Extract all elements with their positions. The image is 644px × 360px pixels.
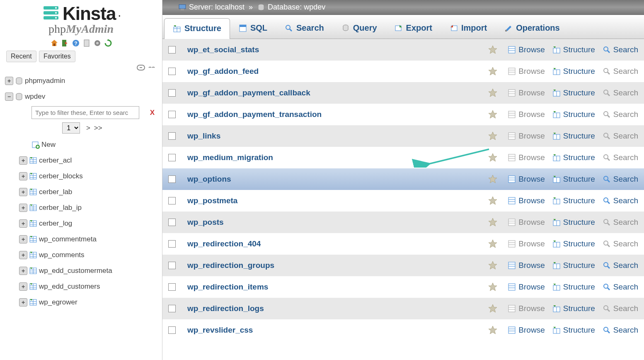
tree-table-item[interactable]: + cerber_acl	[3, 153, 162, 168]
tab-export[interactable]: Export	[386, 18, 441, 39]
favorite-star-icon[interactable]	[488, 304, 498, 314]
settings-icon[interactable]	[93, 39, 102, 47]
exit-icon[interactable]	[61, 39, 69, 47]
tab-operations[interactable]: Operations	[496, 18, 569, 39]
search-action[interactable]: Search	[603, 304, 638, 313]
tab-sql[interactable]: SQL	[230, 18, 276, 39]
search-action[interactable]: Search	[603, 261, 638, 270]
structure-action[interactable]: Structure	[552, 326, 595, 335]
search-action[interactable]: Search	[603, 239, 638, 248]
search-action[interactable]: Search	[603, 196, 638, 205]
expand-icon[interactable]: +	[19, 251, 27, 259]
expand-icon[interactable]: +	[19, 219, 27, 228]
favorite-star-icon[interactable]	[488, 239, 498, 249]
search-action[interactable]: Search	[603, 175, 638, 184]
tree-table-item[interactable]: + wp_commentmeta	[3, 231, 162, 247]
table-name-link[interactable]: wp_gf_addon_feed	[187, 67, 484, 76]
tree-db-wpdev[interactable]: − wpdev	[3, 89, 162, 105]
row-checkbox[interactable]	[168, 175, 176, 183]
favorite-star-icon[interactable]	[488, 109, 498, 119]
favorite-star-icon[interactable]	[488, 217, 498, 227]
favorite-star-icon[interactable]	[488, 131, 498, 141]
search-action[interactable]: Search	[603, 45, 638, 54]
table-name-link[interactable]: wp_et_social_stats	[187, 45, 484, 54]
expand-icon[interactable]: +	[19, 282, 27, 291]
expand-icon[interactable]: +	[19, 172, 27, 180]
tab-structure[interactable]: Structure	[164, 18, 230, 39]
docs-icon[interactable]	[82, 39, 91, 47]
favorite-star-icon[interactable]	[488, 325, 498, 335]
structure-action[interactable]: Structure	[552, 239, 595, 248]
home-icon[interactable]	[50, 39, 58, 47]
tab-search[interactable]: Search	[276, 18, 333, 39]
table-name-link[interactable]: wp_medium_migration	[187, 153, 484, 162]
search-action[interactable]: Search	[603, 88, 638, 97]
browse-action[interactable]: Browse	[508, 304, 545, 313]
row-checkbox[interactable]	[168, 262, 176, 269]
browse-action[interactable]: Browse	[508, 239, 545, 248]
table-name-link[interactable]: wp_redirection_items	[187, 282, 484, 292]
row-checkbox[interactable]	[168, 68, 176, 75]
row-checkbox[interactable]	[168, 46, 176, 54]
tree-table-item[interactable]: + cerber_lab	[3, 184, 162, 200]
favorite-star-icon[interactable]	[488, 45, 498, 55]
table-name-link[interactable]: wp_gf_addon_payment_transaction	[187, 110, 484, 119]
table-name-link[interactable]: wp_redirection_groups	[187, 261, 484, 270]
tab-import[interactable]: Import	[441, 18, 496, 39]
browse-action[interactable]: Browse	[508, 175, 545, 184]
row-checkbox[interactable]	[168, 132, 176, 140]
row-checkbox[interactable]	[168, 240, 176, 248]
table-name-link[interactable]: wp_redirection_404	[187, 239, 484, 248]
structure-action[interactable]: Structure	[552, 110, 595, 119]
search-action[interactable]: Search	[603, 153, 638, 162]
row-checkbox[interactable]	[168, 197, 176, 204]
row-checkbox[interactable]	[168, 305, 176, 312]
reload-icon[interactable]	[104, 39, 112, 47]
structure-action[interactable]: Structure	[552, 88, 595, 97]
row-checkbox[interactable]	[168, 111, 176, 118]
search-action[interactable]: Search	[603, 67, 638, 76]
last-page[interactable]: >>	[94, 124, 102, 132]
recent-tab[interactable]: Recent	[6, 51, 36, 62]
tree-table-item[interactable]: + cerber_lab_ip	[3, 200, 162, 216]
browse-action[interactable]: Browse	[508, 326, 545, 335]
search-action[interactable]: Search	[603, 110, 638, 119]
collapse-icon[interactable]: −	[5, 92, 13, 101]
favorites-tab[interactable]: Favorites	[39, 51, 75, 62]
filter-input[interactable]	[31, 106, 139, 119]
table-name-link[interactable]: wp_postmeta	[187, 196, 484, 205]
browse-action[interactable]: Browse	[508, 261, 545, 270]
row-checkbox[interactable]	[168, 89, 176, 97]
structure-action[interactable]: Structure	[552, 153, 595, 162]
table-name-link[interactable]: wp_revslider_css	[187, 326, 484, 335]
structure-action[interactable]: Structure	[552, 67, 595, 76]
structure-action[interactable]: Structure	[552, 175, 595, 184]
favorite-star-icon[interactable]	[488, 174, 498, 184]
expand-icon[interactable]: +	[19, 298, 27, 306]
table-name-link[interactable]: wp_posts	[187, 218, 484, 227]
clear-icon[interactable]: X	[150, 109, 155, 117]
browse-action[interactable]: Browse	[508, 196, 545, 205]
browse-action[interactable]: Browse	[508, 218, 545, 227]
browse-action[interactable]: Browse	[508, 282, 545, 292]
search-action[interactable]: Search	[603, 218, 638, 227]
search-action[interactable]: Search	[603, 326, 638, 335]
expand-icon[interactable]: +	[19, 204, 27, 212]
browse-action[interactable]: Browse	[508, 67, 545, 76]
structure-action[interactable]: Structure	[552, 261, 595, 270]
structure-action[interactable]: Structure	[552, 304, 595, 313]
favorite-star-icon[interactable]	[488, 66, 498, 76]
table-name-link[interactable]: wp_links	[187, 131, 484, 141]
table-name-link[interactable]: wp_options	[187, 175, 484, 184]
breadcrumb-server[interactable]: Server: localhost	[189, 3, 245, 12]
favorite-star-icon[interactable]	[488, 196, 498, 206]
favorite-star-icon[interactable]	[488, 282, 498, 292]
row-checkbox[interactable]	[168, 154, 176, 161]
help-icon[interactable]: ?	[72, 39, 80, 47]
favorite-star-icon[interactable]	[488, 260, 498, 270]
expand-icon[interactable]: +	[19, 267, 27, 275]
breadcrumb-database[interactable]: Database: wpdev	[268, 3, 325, 12]
expand-icon[interactable]: +	[5, 77, 13, 85]
tree-new[interactable]: New	[3, 137, 162, 153]
next-page[interactable]: >	[86, 124, 90, 132]
